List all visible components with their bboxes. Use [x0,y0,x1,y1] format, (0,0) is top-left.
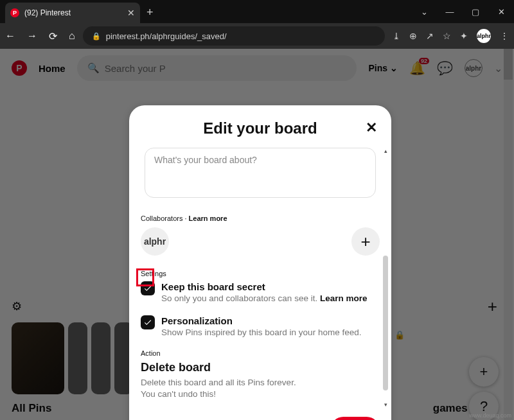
scroll-down-arrow[interactable]: ▾ [382,401,389,408]
extensions-icon[interactable]: ✦ [460,31,468,41]
menu-icon[interactable]: ⋮ [500,31,509,41]
star-icon[interactable]: ☆ [443,31,451,41]
watermark: www.deuaq.com [469,412,511,419]
maximize-icon[interactable]: ▢ [463,0,488,23]
share-icon[interactable]: ↗ [426,31,434,41]
delete-title: Delete board [141,361,380,374]
chevron-down-icon[interactable]: ⌄ [411,0,437,23]
secret-title: Keep this board secret [161,281,367,292]
add-collaborator-button[interactable]: + [351,227,380,256]
modal-scrollbar-thumb[interactable] [383,256,388,390]
learn-more-link[interactable]: Learn more [189,214,227,222]
personalization-subtitle: Show Pins inspired by this board in your… [161,328,361,337]
zoom-icon[interactable]: ⊕ [409,31,417,41]
description-input[interactable]: What's your board about? [145,148,376,198]
reload-icon[interactable]: ⟳ [49,30,57,42]
minimize-icon[interactable]: — [437,0,463,23]
home-icon[interactable]: ⌂ [69,30,75,42]
close-icon[interactable]: ✕ [366,119,377,136]
close-tab-icon[interactable]: ✕ [127,8,135,18]
secret-checkbox[interactable] [141,281,155,295]
lock-icon: 🔒 [92,32,101,40]
back-icon[interactable]: ← [5,30,15,42]
collaborators-label: Collaborators [141,214,182,222]
install-icon[interactable]: ⤓ [393,31,400,41]
modal-scrollbar[interactable]: ▴ ▾ [382,148,389,408]
tab-title: (92) Pinterest [24,8,122,17]
scroll-up-arrow[interactable]: ▴ [382,148,389,154]
address-bar[interactable]: 🔒 pinterest.ph/alphrguides/_saved/ [83,26,385,46]
url-text: pinterest.ph/alphrguides/_saved/ [106,31,227,41]
action-label: Action [141,349,380,357]
delete-board-action[interactable]: Delete board Delete this board and all i… [141,361,380,400]
profile-avatar[interactable]: alphr [477,29,491,43]
learn-more-link[interactable]: Learn more [320,293,368,303]
done-button[interactable]: Done [330,417,380,420]
close-window-icon[interactable]: ✕ [488,0,514,23]
modal-title: Edit your board [203,119,317,137]
new-tab-button[interactable]: + [140,6,160,23]
checkmark-icon [143,318,152,327]
checkmark-icon [143,284,152,293]
pinterest-favicon: P [10,8,19,17]
browser-tab[interactable]: P (92) Pinterest ✕ [5,3,140,23]
secret-board-setting[interactable]: Keep this board secret So only you and c… [141,281,380,304]
edit-board-modal: Edit your board ✕ What's your board abou… [129,105,391,420]
collaborator-avatar[interactable]: alphr [141,227,169,256]
personalization-title: Personalization [161,315,361,326]
personalization-checkbox[interactable] [141,315,155,329]
settings-label: Settings [141,270,380,277]
personalization-setting[interactable]: Personalization Show Pins inspired by th… [141,315,380,338]
forward-icon[interactable]: → [27,30,37,42]
